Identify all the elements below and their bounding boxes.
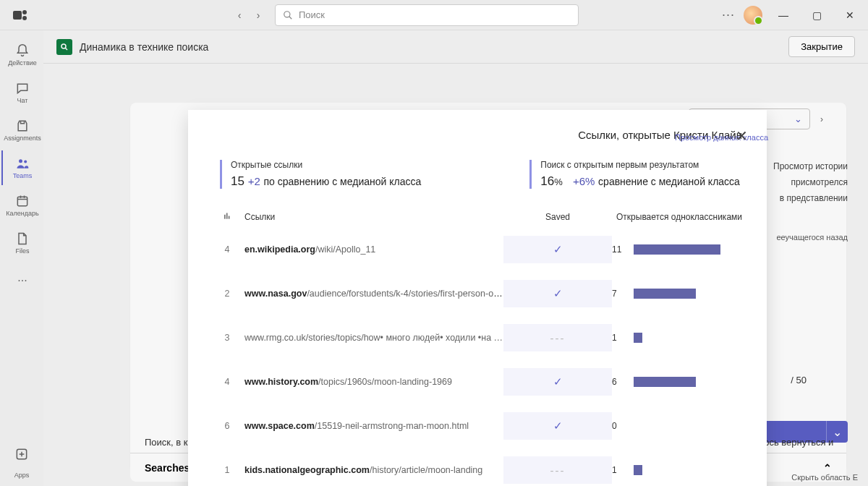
metrics: Открытые ссылки 15 +2 по сравнению с мед…: [213, 160, 742, 189]
assignments-icon: [15, 119, 30, 133]
row-link[interactable]: www.nasa.gov/audience/forstudents/k-4/st…: [242, 289, 503, 299]
rail-files[interactable]: Files: [1, 226, 42, 260]
row-index: 4: [213, 244, 242, 255]
back-button[interactable]: ‹: [231, 7, 247, 23]
row-link[interactable]: en.wikipedia.org/wiki/Apollo_11: [242, 244, 503, 255]
svg-line-4: [289, 16, 292, 19]
row-saved: ---: [503, 324, 612, 351]
search-placeholder: Поиск: [299, 9, 325, 20]
table-row[interactable]: 2www.nasa.gov/audience/forstudents/k-4/s…: [213, 271, 742, 315]
sort-icon[interactable]: [213, 210, 242, 223]
svg-point-2: [22, 16, 27, 20]
table-row[interactable]: 4www.history.com/topics/1960s/moon-landi…: [213, 359, 742, 404]
col-saved-header[interactable]: Saved: [503, 212, 612, 222]
row-peers: 7: [612, 289, 742, 299]
minimize-button[interactable]: —: [771, 3, 796, 27]
rail-assignments[interactable]: Assignments: [1, 113, 42, 148]
rail-more[interactable]: ···: [1, 263, 42, 298]
row-link[interactable]: www.rmg.co.uk/stories/topics/how• много …: [242, 333, 503, 343]
table-row[interactable]: 3www.rmg.co.uk/stories/topics/how• много…: [213, 315, 742, 359]
close-icon[interactable]: ✕: [736, 127, 748, 145]
forward-button[interactable]: ›: [250, 7, 266, 23]
files-icon: [15, 231, 30, 246]
row-saved: ✓: [503, 236, 612, 263]
more-button[interactable]: ···: [722, 7, 735, 22]
svg-point-6: [24, 161, 27, 163]
table-header: Ссылки Saved Открывается одноклассниками: [213, 206, 742, 227]
col-peers-header[interactable]: Открывается одноклассниками: [612, 212, 742, 222]
row-index: 6: [213, 421, 242, 431]
rail-apps-label: Apps: [14, 472, 30, 479]
rail-teams[interactable]: Teams: [1, 150, 42, 185]
search-input[interactable]: Поиск: [275, 4, 579, 26]
avatar[interactable]: [744, 6, 762, 25]
row-link[interactable]: www.history.com/topics/1960s/moon-landin…: [242, 377, 503, 387]
rail-calendar[interactable]: Календарь: [1, 188, 42, 223]
svg-rect-18: [229, 216, 230, 219]
app-rail: Действие Чат Assignments Teams Календарь…: [0, 30, 43, 486]
search-icon: [283, 10, 293, 20]
row-saved: ---: [503, 456, 612, 484]
table-row[interactable]: 6www.space.com/15519-neil-armstrong-man-…: [213, 404, 742, 448]
apps-icon: [14, 447, 29, 461]
row-peers: 11: [612, 244, 742, 255]
svg-rect-7: [17, 197, 27, 206]
row-saved: ✓: [503, 280, 612, 307]
teams-icon: [15, 156, 30, 171]
chat-icon: [15, 81, 30, 95]
svg-rect-0: [13, 11, 22, 20]
close-window-button[interactable]: ✕: [838, 3, 862, 27]
links-table: Ссылки Saved Открывается одноклассниками…: [213, 206, 742, 486]
row-peers: 0: [612, 421, 742, 431]
svg-point-1: [22, 10, 27, 14]
svg-rect-16: [224, 215, 226, 219]
row-peers: 1: [612, 465, 742, 475]
row-index: 1: [213, 465, 242, 475]
links-modal: Ссылки, открытые Кристи Клайн Просмотр д…: [188, 110, 767, 486]
content-area: Динамика в технике поиска Закрытие Клайн…: [43, 30, 868, 486]
row-saved: ✓: [503, 368, 612, 396]
row-saved: ✓: [503, 412, 612, 440]
rail-apps[interactable]: [1, 437, 42, 472]
rail-chat[interactable]: Чат: [1, 75, 42, 110]
table-row[interactable]: 1kids.nationalgeographic.com/history/art…: [213, 448, 742, 486]
view-class-link[interactable]: Просмотр данных класса: [675, 133, 768, 142]
bell-icon: [15, 43, 30, 58]
calendar-icon: [15, 194, 30, 208]
titlebar: ‹ › Поиск ··· — ▢ ✕: [0, 0, 868, 30]
row-index: 3: [213, 333, 242, 343]
svg-point-3: [284, 11, 290, 17]
teams-logo-icon: [12, 7, 29, 24]
history-nav: ‹ ›: [231, 7, 266, 23]
metric-first-result: Поиск с открытым первым результатом 16% …: [529, 160, 740, 189]
col-links-header[interactable]: Ссылки: [242, 212, 503, 222]
rail-activity[interactable]: Действие: [1, 38, 42, 72]
table-row[interactable]: 4en.wikipedia.org/wiki/Apollo_11✓11: [213, 227, 742, 271]
row-peers: 1: [612, 333, 742, 343]
metric-open-links: Открытые ссылки 15 +2 по сравнению с мед…: [220, 160, 421, 189]
row-link[interactable]: www.space.com/15519-neil-armstrong-man-m…: [242, 421, 503, 431]
row-index: 2: [213, 289, 242, 299]
row-link[interactable]: kids.nationalgeographic.com/history/arti…: [242, 465, 503, 475]
row-index: 4: [213, 377, 242, 387]
svg-point-5: [19, 159, 22, 163]
svg-rect-17: [226, 213, 228, 219]
maximize-button[interactable]: ▢: [804, 3, 829, 27]
row-peers: 6: [612, 377, 742, 387]
